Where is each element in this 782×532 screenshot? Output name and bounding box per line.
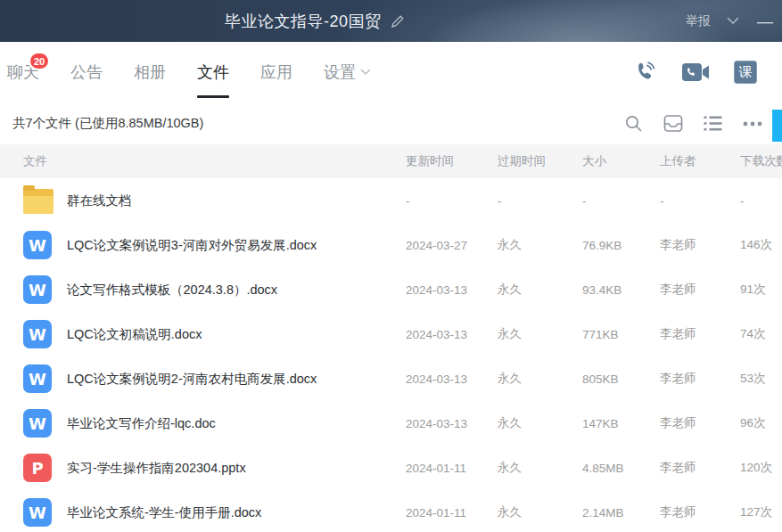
file-updated: 2024-01-11 — [406, 506, 498, 520]
file-updated: 2024-03-13 — [406, 372, 498, 386]
minimize-button[interactable]: — — [755, 13, 775, 29]
file-updated: 2024-03-13 — [406, 283, 498, 297]
tab-files[interactable]: 文件 — [197, 42, 229, 102]
file-name[interactable]: 毕业论文系统-学生-使用手册.docx — [67, 504, 406, 521]
file-name[interactable]: LQC论文案例说明2-河南农村电商发展.docx — [67, 371, 406, 388]
file-uploader: 李老师 — [660, 460, 740, 476]
search-icon[interactable] — [624, 114, 643, 133]
report-button[interactable]: 举报 — [686, 13, 711, 29]
tab-chat[interactable]: 聊天 20 — [7, 42, 39, 102]
file-uploader: 李老师 — [660, 415, 740, 431]
file-table: 文件 更新时间 过期时间 大小 上传者 下载次数 群在线文档 - - - - -… — [0, 144, 782, 532]
title-bar: 毕业论文指导-20国贸 举报 — — [0, 0, 782, 42]
file-size: 93.4KB — [582, 283, 660, 297]
column-header-expires[interactable]: 过期时间 — [498, 153, 582, 169]
word-icon: W — [23, 498, 52, 527]
table-row[interactable]: 群在线文档 - - - - - — [0, 178, 782, 223]
file-updated: 2024-03-13 — [406, 328, 498, 341]
folder-icon — [23, 189, 54, 214]
tab-announcement-label: 公告 — [70, 61, 103, 83]
tab-apps-label: 应用 — [260, 61, 292, 83]
inbox-icon[interactable] — [663, 114, 683, 133]
file-size: 4.85MB — [582, 462, 660, 475]
tab-announcement[interactable]: 公告 — [70, 42, 103, 102]
file-uploader: 李老师 — [660, 326, 740, 342]
word-icon: W — [23, 364, 52, 393]
file-name[interactable]: 毕业论文写作介绍-lqc.doc — [67, 415, 406, 432]
file-name[interactable]: 论文写作格式模板（2024.3.8）.docx — [67, 282, 406, 299]
file-uploader: - — [660, 194, 740, 208]
file-updated: - — [406, 194, 498, 208]
file-name[interactable]: 实习-学生操作指南202304.pptx — [67, 460, 406, 477]
group-title: 毕业论文指导-20国贸 — [225, 11, 382, 32]
column-header-file[interactable]: 文件 — [23, 153, 406, 169]
file-downloads: 74次 — [740, 326, 782, 342]
word-icon: W — [23, 275, 52, 304]
file-size: 147KB — [582, 417, 660, 430]
tab-bar: 聊天 20 公告 相册 文件 应用 设置 课 — [0, 42, 782, 102]
file-uploader: 李老师 — [660, 282, 740, 298]
file-expires: 永久 — [498, 504, 582, 520]
file-downloads: 146次 — [740, 237, 782, 253]
file-downloads: 53次 — [740, 371, 782, 387]
file-expires: - — [498, 194, 582, 208]
file-size: - — [582, 194, 660, 208]
tab-album-label: 相册 — [134, 61, 166, 83]
file-toolbar: 共7个文件 (已使用8.85MB/10GB) — [0, 102, 782, 144]
column-header-size[interactable]: 大小 — [582, 153, 660, 169]
file-size: 771KB — [582, 328, 660, 341]
file-downloads: 91次 — [740, 282, 782, 298]
file-size: 76.9KB — [582, 239, 660, 252]
file-updated: 2024-01-11 — [406, 462, 498, 475]
table-row[interactable]: W 毕业论文系统-学生-使用手册.docx 2024-01-11 永久 2.14… — [0, 490, 782, 532]
file-expires: 永久 — [498, 371, 582, 387]
file-expires: 永久 — [498, 237, 582, 253]
unread-badge: 20 — [29, 52, 50, 70]
column-header-updated[interactable]: 更新时间 — [406, 153, 498, 169]
file-count-summary: 共7个文件 (已使用8.85MB/10GB) — [12, 102, 203, 144]
tab-list: 聊天 20 公告 相册 文件 应用 设置 — [7, 42, 402, 102]
word-icon: W — [23, 320, 52, 348]
tab-settings-label: 设置 — [324, 61, 356, 83]
column-header-uploader[interactable]: 上传者 — [660, 153, 740, 169]
tab-apps[interactable]: 应用 — [260, 42, 292, 102]
file-updated: 2024-03-27 — [406, 239, 498, 252]
chevron-down-icon[interactable] — [727, 17, 739, 25]
table-row[interactable]: W LQC论文案例说明3-河南对外贸易发展.docx 2024-03-27 永久… — [0, 223, 782, 267]
file-downloads: 96次 — [740, 415, 782, 431]
file-uploader: 李老师 — [660, 504, 740, 520]
file-downloads: - — [740, 194, 782, 208]
chevron-down-icon — [360, 69, 371, 76]
file-table-body: 群在线文档 - - - - - W LQC论文案例说明3-河南对外贸易发展.do… — [0, 178, 782, 532]
table-row[interactable]: W 论文写作格式模板（2024.3.8）.docx 2024-03-13 永久 … — [0, 267, 782, 312]
voice-call-icon[interactable] — [632, 60, 657, 85]
table-row[interactable]: W LQC论文案例说明2-河南农村电商发展.docx 2024-03-13 永久… — [0, 356, 782, 401]
file-expires: 永久 — [498, 415, 582, 431]
column-header-downloads[interactable]: 下载次数 — [740, 153, 782, 169]
tab-album[interactable]: 相册 — [134, 42, 166, 102]
table-header-row: 文件 更新时间 过期时间 大小 上传者 下载次数 — [0, 144, 782, 178]
file-updated: 2024-03-13 — [406, 417, 498, 430]
course-icon[interactable]: 课 — [734, 61, 757, 84]
more-icon[interactable] — [743, 121, 762, 127]
list-view-icon[interactable] — [704, 115, 722, 132]
file-expires: 永久 — [498, 460, 582, 476]
file-expires: 永久 — [498, 282, 582, 298]
file-size: 2.14MB — [582, 506, 660, 520]
table-row[interactable]: W 毕业论文写作介绍-lqc.doc 2024-03-13 永久 147KB 李… — [0, 401, 782, 446]
table-row[interactable]: W LQC论文初稿说明.docx 2024-03-13 永久 771KB 李老师… — [0, 312, 782, 356]
table-row[interactable]: P 实习-学生操作指南202304.pptx 2024-01-11 永久 4.8… — [0, 446, 782, 490]
file-name[interactable]: 群在线文档 — [67, 192, 406, 209]
file-uploader: 李老师 — [660, 371, 740, 387]
upload-button-clipped[interactable] — [772, 110, 782, 142]
edit-title-icon[interactable] — [391, 14, 405, 29]
file-name[interactable]: LQC论文初稿说明.docx — [67, 326, 406, 343]
file-uploader: 李老师 — [660, 237, 740, 253]
file-name[interactable]: LQC论文案例说明3-河南对外贸易发展.docx — [67, 237, 406, 254]
word-icon: W — [23, 409, 52, 438]
video-call-icon[interactable] — [681, 61, 710, 83]
file-downloads: 127次 — [740, 504, 782, 520]
ppt-icon: P — [23, 454, 52, 482]
word-icon: W — [23, 231, 52, 259]
tab-settings[interactable]: 设置 — [324, 42, 371, 102]
